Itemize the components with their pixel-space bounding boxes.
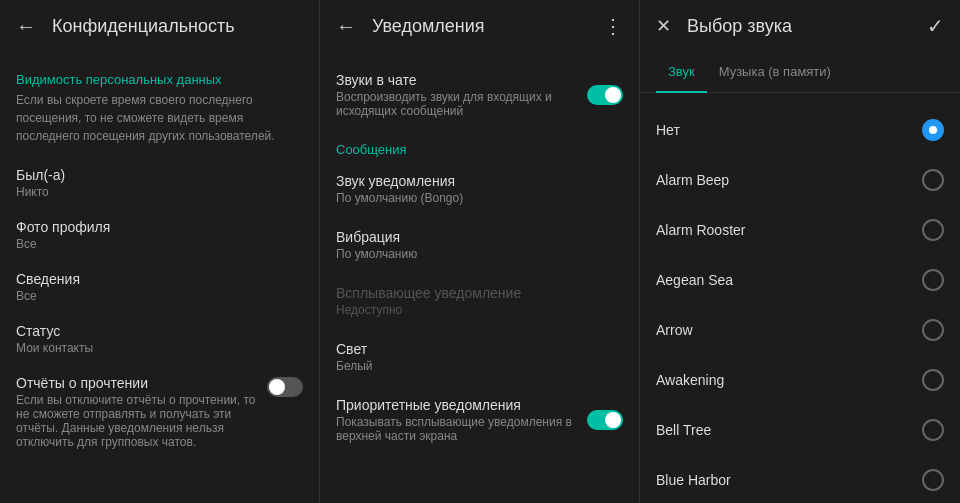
privacy-header: ← Конфиденциальность bbox=[0, 0, 319, 52]
radio-awakening[interactable] bbox=[922, 369, 944, 391]
profile-photo-item[interactable]: Фото профиля Все bbox=[0, 209, 319, 261]
info-sub: Все bbox=[16, 289, 303, 303]
sound-item-alarm-beep[interactable]: Alarm Beep bbox=[640, 155, 960, 205]
sound-name-alarm-rooster: Alarm Rooster bbox=[656, 222, 922, 238]
read-receipts-text: Отчёты о прочтении Если вы отключите отч… bbox=[16, 375, 267, 449]
privacy-title: Конфиденциальность bbox=[52, 16, 303, 37]
radio-bell-tree[interactable] bbox=[922, 419, 944, 441]
sound-name-aegean-sea: Aegean Sea bbox=[656, 272, 922, 288]
status-sub: Мои контакты bbox=[16, 341, 303, 355]
read-receipts-toggle[interactable] bbox=[267, 377, 303, 397]
sound-item-aegean-sea[interactable]: Aegean Sea bbox=[640, 255, 960, 305]
notification-sound-title: Звук уведомления bbox=[336, 173, 623, 189]
vibration-sub: По умолчанию bbox=[336, 247, 623, 261]
info-item[interactable]: Сведения Все bbox=[0, 261, 319, 313]
chat-sounds-title: Звуки в чате bbox=[336, 72, 587, 88]
chat-sounds-toggle[interactable] bbox=[587, 85, 623, 105]
read-receipts-toggle-knob bbox=[269, 379, 285, 395]
radio-arrow[interactable] bbox=[922, 319, 944, 341]
notifications-panel: ← Уведомления ⋮ Звуки в чате Воспроизвод… bbox=[320, 0, 640, 503]
radio-alarm-beep[interactable] bbox=[922, 169, 944, 191]
notifications-title: Уведомления bbox=[372, 16, 603, 37]
sound-list: Нет Alarm Beep Alarm Rooster Aegean Sea … bbox=[640, 101, 960, 503]
sound-name-alarm-beep: Alarm Beep bbox=[656, 172, 922, 188]
tab-sound[interactable]: Звук bbox=[656, 52, 707, 93]
notifications-header: ← Уведомления ⋮ bbox=[320, 0, 639, 52]
chat-sounds-toggle-knob bbox=[605, 87, 621, 103]
sound-name-none: Нет bbox=[656, 122, 922, 138]
radio-aegean-sea[interactable] bbox=[922, 269, 944, 291]
popup-sub: Недоступно bbox=[336, 303, 623, 317]
sound-item-blue-harbor[interactable]: Blue Harbor bbox=[640, 455, 960, 503]
light-sub: Белый bbox=[336, 359, 623, 373]
sound-item-alarm-rooster[interactable]: Alarm Rooster bbox=[640, 205, 960, 255]
chat-sounds-item[interactable]: Звуки в чате Воспроизводить звуки для вх… bbox=[320, 60, 639, 130]
check-icon[interactable]: ✓ bbox=[927, 14, 944, 38]
status-item[interactable]: Статус Мои контакты bbox=[0, 313, 319, 365]
read-receipts-toggle-area bbox=[267, 377, 303, 397]
sound-name-blue-harbor: Blue Harbor bbox=[656, 472, 922, 488]
sound-picker-panel: ✕ Выбор звука ✓ Звук Музыка (в памяти) Н… bbox=[640, 0, 960, 503]
notifications-back-icon[interactable]: ← bbox=[336, 15, 356, 38]
priority-toggle-knob bbox=[605, 412, 621, 428]
vibration-item[interactable]: Вибрация По умолчанию bbox=[320, 217, 639, 273]
visibility-section-desc: Если вы скроете время своего последнего … bbox=[0, 91, 319, 157]
priority-text: Приоритетные уведомления Показывать вспл… bbox=[336, 397, 587, 443]
radio-none[interactable] bbox=[922, 119, 944, 141]
vibration-title: Вибрация bbox=[336, 229, 623, 245]
info-title: Сведения bbox=[16, 271, 303, 287]
messages-section-label: Сообщения bbox=[320, 130, 639, 161]
last-seen-item[interactable]: Был(-а) Никто bbox=[0, 157, 319, 209]
radio-alarm-rooster[interactable] bbox=[922, 219, 944, 241]
notifications-content: Звуки в чате Воспроизводить звуки для вх… bbox=[320, 52, 639, 503]
priority-item[interactable]: Приоритетные уведомления Показывать вспл… bbox=[320, 385, 639, 455]
radio-blue-harbor[interactable] bbox=[922, 469, 944, 491]
profile-photo-sub: Все bbox=[16, 237, 303, 251]
popup-title: Всплывающее уведомление bbox=[336, 285, 623, 301]
privacy-content: Видимость персональных данных Если вы ск… bbox=[0, 52, 319, 503]
priority-toggle[interactable] bbox=[587, 410, 623, 430]
privacy-panel: ← Конфиденциальность Видимость персональ… bbox=[0, 0, 320, 503]
sound-item-none[interactable]: Нет bbox=[640, 105, 960, 155]
sound-item-arrow[interactable]: Arrow bbox=[640, 305, 960, 355]
sound-name-arrow: Arrow bbox=[656, 322, 922, 338]
light-item[interactable]: Свет Белый bbox=[320, 329, 639, 385]
sound-name-bell-tree: Bell Tree bbox=[656, 422, 922, 438]
status-title: Статус bbox=[16, 323, 303, 339]
notification-sound-sub: По умолчанию (Bongo) bbox=[336, 191, 623, 205]
light-title: Свет bbox=[336, 341, 623, 357]
priority-sub: Показывать всплывающие уведомления в вер… bbox=[336, 415, 587, 443]
sound-item-bell-tree[interactable]: Bell Tree bbox=[640, 405, 960, 455]
sound-item-awakening[interactable]: Awakening bbox=[640, 355, 960, 405]
sound-name-awakening: Awakening bbox=[656, 372, 922, 388]
visibility-section-label: Видимость персональных данных bbox=[0, 60, 319, 91]
priority-title: Приоритетные уведомления bbox=[336, 397, 587, 413]
read-receipts-item[interactable]: Отчёты о прочтении Если вы отключите отч… bbox=[0, 365, 319, 459]
sound-tabs: Звук Музыка (в памяти) bbox=[640, 52, 960, 93]
back-icon[interactable]: ← bbox=[16, 15, 36, 38]
read-receipts-title: Отчёты о прочтении bbox=[16, 375, 267, 391]
chat-sounds-text: Звуки в чате Воспроизводить звуки для вх… bbox=[336, 72, 587, 118]
read-receipts-desc: Если вы отключите отчёты о прочтении, то… bbox=[16, 393, 267, 449]
sound-picker-title: Выбор звука bbox=[687, 16, 927, 37]
sound-list-content: Нет Alarm Beep Alarm Rooster Aegean Sea … bbox=[640, 93, 960, 503]
notifications-menu-icon[interactable]: ⋮ bbox=[603, 14, 623, 38]
last-seen-title: Был(-а) bbox=[16, 167, 303, 183]
notification-sound-item[interactable]: Звук уведомления По умолчанию (Bongo) bbox=[320, 161, 639, 217]
close-icon[interactable]: ✕ bbox=[656, 15, 671, 37]
tab-music[interactable]: Музыка (в памяти) bbox=[707, 52, 843, 93]
chat-sounds-sub: Воспроизводить звуки для входящих и исхо… bbox=[336, 90, 587, 118]
popup-item[interactable]: Всплывающее уведомление Недоступно bbox=[320, 273, 639, 329]
profile-photo-title: Фото профиля bbox=[16, 219, 303, 235]
sound-picker-header: ✕ Выбор звука ✓ bbox=[640, 0, 960, 52]
last-seen-sub: Никто bbox=[16, 185, 303, 199]
